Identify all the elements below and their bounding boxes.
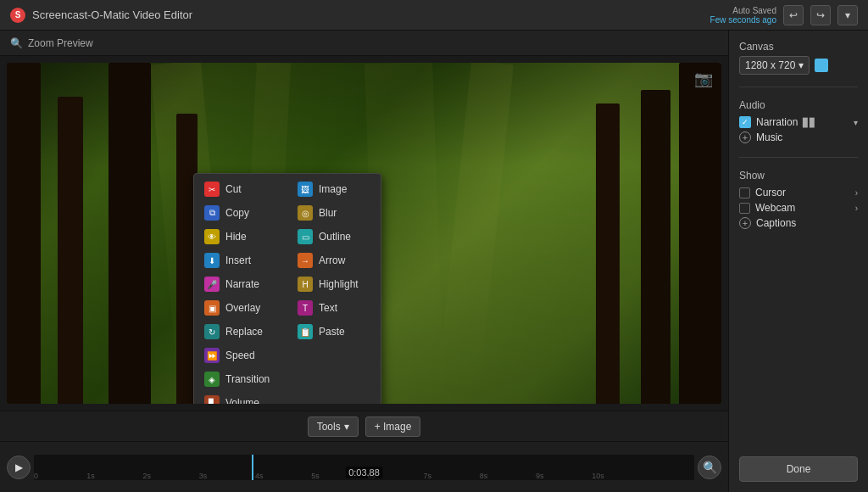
volume-icon: ▊ (204, 395, 220, 404)
title-bar-left: S Screencast-O-Matic Video Editor (10, 8, 192, 23)
ctx-arrow[interactable]: → Arrow (287, 249, 381, 272)
image-label: Image (319, 183, 347, 195)
divider-2 (739, 157, 858, 158)
ctx-text[interactable]: T Text (287, 296, 381, 320)
play-button[interactable]: ▶ (7, 456, 31, 479)
blur-label: Blur (319, 207, 337, 219)
add-image-button[interactable]: + Image (365, 417, 421, 437)
add-image-label: + Image (375, 421, 412, 433)
timeline-current-time: 0:03.88 (345, 467, 383, 478)
tools-button[interactable]: Tools ▾ (308, 417, 359, 437)
insert-label: Insert (225, 254, 251, 266)
tools-chevron-icon: ▾ (344, 421, 349, 433)
show-label: Show (739, 170, 858, 182)
hide-label: Hide (225, 231, 247, 243)
auto-saved-info: Auto Saved Few seconds ago (710, 6, 776, 25)
canvas-row: 1280 x 720 ▾ (739, 56, 858, 75)
ctx-volume[interactable]: ▊ Volume (194, 391, 287, 404)
auto-saved-label: Auto Saved (732, 6, 776, 15)
tree-5 (679, 63, 721, 404)
outline-icon: ▭ (298, 229, 313, 244)
tree-6 (641, 90, 670, 404)
narration-chevron-icon: ▾ (854, 118, 858, 127)
ctx-copy[interactable]: ⧉ Copy (194, 201, 287, 225)
cursor-item[interactable]: Cursor › (739, 185, 858, 200)
timeline-track[interactable]: 0 1s 2s 3s 4s 5s 6s 7s 8s 9s 10s 0:03.88 (34, 455, 694, 480)
tick-0: 0 (34, 472, 38, 480)
zoom-search-icon: 🔍 (10, 37, 23, 49)
blur-icon: ◎ (298, 205, 313, 221)
text-icon: T (298, 300, 313, 316)
text-label: Text (319, 302, 337, 314)
ctx-hide[interactable]: 👁 Hide (194, 225, 287, 249)
ctx-cut[interactable]: ✂ Cut (194, 177, 287, 201)
highlight-label: Highlight (319, 278, 359, 290)
app-logo: S (10, 8, 25, 23)
redo-button[interactable]: ↪ (810, 5, 831, 25)
done-button[interactable]: Done (739, 456, 858, 482)
audio-section: Audio ✓ Narration ▊▊ ▾ + Music (739, 99, 858, 145)
screenshot-icon[interactable]: 📷 (694, 70, 715, 90)
music-item[interactable]: + Music (739, 130, 858, 145)
main-area: 🔍 Zoom Preview (0, 31, 868, 492)
transition-icon: ◈ (204, 372, 220, 387)
narrate-icon: 🎤 (204, 277, 220, 292)
title-bar-right: Auto Saved Few seconds ago ↩ ↪ ▾ (710, 5, 858, 25)
narration-bars-icon: ▊▊ (803, 118, 816, 127)
webcam-chevron-icon: › (855, 204, 858, 213)
video-toolbar: Tools ▾ + Image (0, 411, 728, 441)
ctx-overlay[interactable]: ▣ Overlay (194, 296, 287, 320)
ctx-blur[interactable]: ◎ Blur (287, 201, 381, 225)
captions-label: Captions (756, 217, 796, 229)
ctx-speed[interactable]: ⏩ Speed (194, 344, 287, 367)
ctx-narrate[interactable]: 🎤 Narrate (194, 272, 287, 296)
captions-item[interactable]: + Captions (739, 215, 858, 231)
ctx-outline[interactable]: ▭ Outline (287, 225, 381, 249)
cut-icon: ✂ (204, 182, 220, 197)
tree-2 (58, 97, 83, 404)
tick-5s: 5s (311, 472, 320, 480)
narration-item[interactable]: ✓ Narration ▊▊ ▾ (739, 115, 858, 130)
volume-label: Volume (225, 397, 259, 404)
narration-label: Narration (756, 116, 798, 128)
image-icon: 🖼 (298, 182, 313, 197)
canvas-dropdown-icon: ▾ (798, 59, 804, 71)
zoom-bar: 🔍 Zoom Preview (0, 31, 728, 56)
cursor-chevron-icon: › (855, 188, 858, 198)
speed-label: Speed (225, 349, 255, 361)
timeline-playhead[interactable] (252, 455, 253, 480)
canvas-section: Canvas 1280 x 720 ▾ (739, 41, 858, 75)
outline-label: Outline (319, 231, 351, 243)
timeline-search-button[interactable]: 🔍 (698, 456, 721, 479)
ctx-insert[interactable]: ⬇ Insert (194, 249, 287, 272)
insert-icon: ⬇ (204, 253, 220, 268)
canvas-size-select[interactable]: 1280 x 720 ▾ (739, 56, 810, 75)
webcam-checkbox[interactable] (739, 203, 750, 214)
video-preview: 📷 ✂ Cut ⧉ Copy 👁 Hide (7, 63, 721, 404)
narration-check-icon: ✓ (739, 116, 751, 128)
highlight-icon: H (298, 277, 313, 292)
tick-10s: 10s (592, 472, 604, 480)
ctx-image[interactable]: 🖼 Image (287, 177, 381, 201)
replace-icon: ↻ (204, 324, 220, 339)
context-menu: ✂ Cut ⧉ Copy 👁 Hide ⬇ Insert (193, 173, 381, 404)
narrate-label: Narrate (225, 278, 259, 290)
canvas-label: Canvas (739, 41, 858, 53)
timeline-controls: ▶ 0 1s 2s 3s 4s 5s 6s 7s 8s 9s 10s (0, 442, 728, 492)
webcam-item[interactable]: Webcam › (739, 200, 858, 215)
auto-saved-time: Few seconds ago (710, 15, 776, 25)
context-col-1: ✂ Cut ⧉ Copy 👁 Hide ⬇ Insert (194, 177, 287, 404)
menu-button[interactable]: ▾ (837, 5, 858, 25)
ctx-highlight[interactable]: H Highlight (287, 272, 381, 296)
tick-1s: 1s (86, 472, 95, 480)
undo-button[interactable]: ↩ (783, 5, 804, 25)
tree-1 (7, 63, 41, 404)
cursor-checkbox[interactable] (739, 187, 750, 198)
tick-9s: 9s (536, 472, 544, 480)
ctx-paste[interactable]: 📋 Paste (287, 320, 381, 344)
cut-label: Cut (225, 183, 242, 195)
ctx-replace[interactable]: ↻ Replace (194, 320, 287, 344)
canvas-color-swatch[interactable] (815, 59, 828, 72)
ctx-transition[interactable]: ◈ Transition (194, 367, 287, 391)
overlay-icon: ▣ (204, 300, 220, 316)
